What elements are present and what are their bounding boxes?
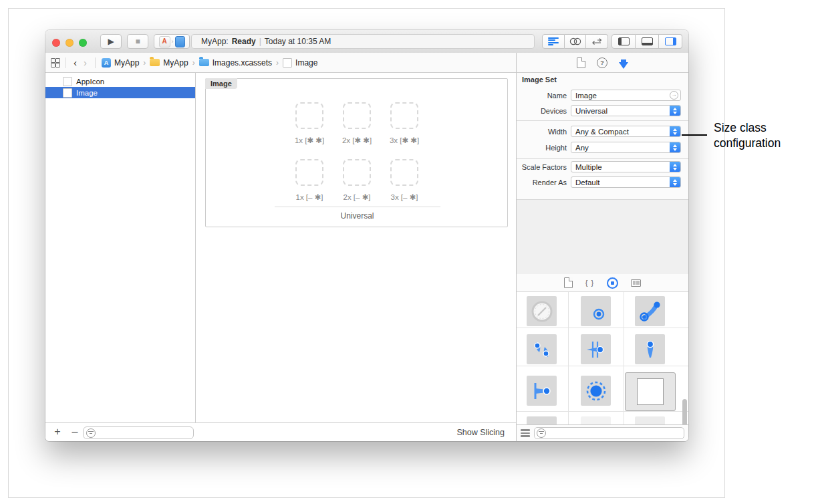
status-state: Ready [232,37,256,46]
ring-dot-icon [585,300,607,323]
zoom-window-button[interactable] [79,39,87,47]
scheme-device-icon [175,36,185,47]
group-label: Universal [206,211,509,221]
library-item-partial[interactable] [635,416,665,424]
play-icon: ▶ [108,37,114,46]
library-item-compass[interactable] [527,296,557,326]
library-item-partial[interactable] [527,416,557,424]
object-library-icon[interactable] [607,277,618,289]
assistant-editor-button[interactable] [565,34,587,49]
field-row-scale-factors: Scale Factors Multiple [517,161,688,172]
field-row-name: Name Image → [517,90,688,101]
divider [95,57,96,68]
toggle-debug-area-button[interactable] [636,34,659,49]
back-button[interactable]: ‹ [70,57,80,68]
list-view-icon[interactable] [521,429,530,437]
image-set-group-box: 1x [✱ ✱] 2x [✱ ✱] 3x [✱ ✱] 1x [– ✱] 2x [… [205,78,508,227]
sidebar-item-label: Image [76,89,98,97]
field-label: Width [517,128,567,136]
image-slot-1x-compact-any[interactable] [295,159,323,186]
breadcrumb-project[interactable]: A MyApp [102,58,139,68]
filter-icon [537,428,546,438]
standard-editor-icon [548,36,559,47]
media-library-icon[interactable] [631,279,641,287]
run-button[interactable]: ▶ [100,34,122,49]
callout-line [682,134,707,136]
library-item-pin[interactable] [635,334,665,364]
editor-mode-buttons [542,34,608,49]
grid-line [568,292,569,424]
library-item-swirl[interactable] [527,334,557,364]
image-set-editor: 1x [✱ ✱] 2x [✱ ✱] 3x [✱ ✱] 1x [– ✱] 2x [… [196,73,516,422]
name-field[interactable]: Image → [571,90,681,101]
toggle-inspector-button[interactable] [659,34,682,49]
image-slot-2x-any-any[interactable] [343,102,371,129]
render-as-popup[interactable]: Default [571,176,681,188]
breadcrumb-asset-catalog[interactable]: Images.xcassets [199,58,272,68]
slot-label: 1x [– ✱] [286,193,333,202]
go-arrow-icon[interactable]: → [670,91,678,100]
scrollbar-thumb[interactable] [682,399,687,424]
library-item-lines-dot[interactable] [581,334,611,364]
image-slot-1x-any-any[interactable] [295,102,323,129]
add-asset-button[interactable]: + [51,426,64,438]
field-label: Name [517,92,567,100]
grid-line [624,292,624,424]
library-item-link-dots[interactable] [635,296,665,326]
width-popup[interactable]: Any & Compact [571,126,681,137]
activity-status-bar: MyApp: Ready | Today at 10:35 AM [191,34,535,49]
sidebar-item-image[interactable]: Image [45,87,195,98]
folder-icon [150,59,160,66]
scale-factors-popup[interactable]: Multiple [571,161,681,172]
library-item-dashed-circle[interactable] [581,376,611,406]
image-slot-3x-compact-any[interactable] [390,159,418,186]
height-popup[interactable]: Any [571,142,681,153]
grid-line [517,411,688,412]
library-filter-field[interactable] [534,427,684,439]
library-item-partial[interactable] [581,416,611,424]
library-item-ring-dot[interactable] [581,296,611,326]
field-label: Scale Factors [517,163,567,171]
breadcrumb-image-set[interactable]: Image [283,58,317,68]
assistant-editor-icon [569,37,581,45]
quick-help-icon[interactable]: ? [597,57,607,68]
standard-editor-button[interactable] [542,34,565,49]
inspector-empty-area [517,199,688,274]
inspector-panel-icon [665,37,676,45]
toggle-navigator-button[interactable] [611,34,636,49]
status-divider: | [259,37,261,46]
file-template-library-icon[interactable] [564,277,573,288]
image-slot-2x-compact-any[interactable] [343,159,371,186]
related-items-icon[interactable] [51,58,60,68]
close-window-button[interactable] [52,39,60,47]
remove-asset-button[interactable]: – [68,426,82,438]
xcode-window: ▶ ■ A › MyApp: Ready | Today at 10:35 AM [45,30,688,441]
slot-label: 3x [✱ ✱] [381,136,428,145]
file-inspector-icon[interactable] [577,57,585,68]
field-label: Render As [517,178,567,186]
grid-line [517,366,688,366]
chevron-right-icon: › [276,58,279,68]
minimize-window-button[interactable] [65,39,74,47]
slot-label: 2x [✱ ✱] [333,136,380,145]
stop-button[interactable]: ■ [127,34,148,49]
library-item-t-dot[interactable] [527,376,557,406]
image-set-icon [63,88,72,98]
sidebar-item-appicon[interactable]: AppIcon [45,76,195,87]
code-snippet-library-icon[interactable]: { } [585,279,594,287]
version-editor-button[interactable] [586,34,608,49]
image-slot-3x-any-any[interactable] [390,102,418,129]
devices-popup[interactable]: Universal [571,105,681,116]
group-divider [275,207,440,207]
scheme-selector[interactable]: A › [154,34,190,49]
slot-label: 2x [– ✱] [333,193,380,202]
popup-stepper-icon [670,177,680,187]
forward-button[interactable]: › [80,57,90,68]
show-slicing-button[interactable]: Show Slicing [456,428,505,437]
field-row-devices: Devices Universal [517,105,688,116]
asset-filter-field[interactable] [83,426,194,439]
library-item-image-selected[interactable] [625,372,676,411]
breadcrumb-group[interactable]: MyApp [150,58,188,68]
attributes-inspector-icon[interactable] [619,62,628,69]
annotation-line2: configuration [714,136,814,151]
